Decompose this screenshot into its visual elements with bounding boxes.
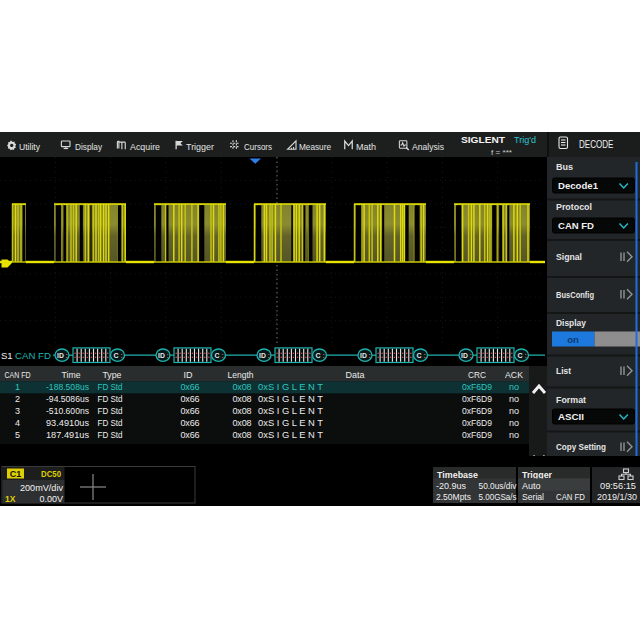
svg-text:ID: ID [360,352,367,359]
svg-text:5.00GSa/s: 5.00GSa/s [479,492,517,502]
svg-text:0x08: 0x08 [233,418,252,428]
svg-text:SIGLENT: SIGLENT [461,135,505,145]
svg-text:0xS I G L E N T: 0xS I G L E N T [258,430,324,440]
svg-text:Analysis: Analysis [412,141,444,152]
svg-text:Decode1: Decode1 [558,180,599,191]
svg-text:CAN FD: CAN FD [15,350,51,361]
svg-text:Format: Format [556,394,587,405]
svg-text:0x08: 0x08 [233,394,252,404]
svg-text:Protocol: Protocol [556,201,592,212]
svg-text:0x08: 0x08 [233,382,252,392]
svg-text:0xF6D9: 0xF6D9 [462,430,492,440]
svg-text::: : [221,352,223,359]
svg-text:Copy Setting: Copy Setting [556,441,606,452]
svg-text:FD Std: FD Std [98,430,123,440]
svg-text::: : [267,352,269,359]
svg-text:0.00V: 0.00V [39,494,63,504]
svg-text:0xS I G L E N T: 0xS I G L E N T [258,418,324,428]
svg-text:0x66: 0x66 [181,382,200,392]
svg-text:Math: Math [356,141,376,152]
svg-text:no: no [509,394,519,404]
svg-text:Utility: Utility [19,141,40,152]
svg-text::: : [322,352,324,359]
svg-text:no: no [509,418,519,428]
svg-text:DC50: DC50 [41,469,61,479]
svg-text:Serial: Serial [522,492,544,502]
svg-text:-20.9us: -20.9us [436,481,466,491]
svg-text:5: 5 [15,430,20,440]
svg-text:Display: Display [75,141,102,152]
svg-text:2019/1/30: 2019/1/30 [597,492,637,502]
svg-text:4: 4 [15,418,20,428]
svg-text::: : [423,352,425,359]
svg-text:0xS I G L E N T: 0xS I G L E N T [258,406,324,416]
svg-text:3: 3 [15,406,20,416]
svg-text:C: C [517,352,522,359]
svg-text::: : [120,352,122,359]
svg-text:Time: Time [62,370,81,380]
svg-text:CAN FD: CAN FD [5,370,31,380]
svg-text:-510.600ns: -510.600ns [46,406,89,416]
svg-text:CAN FD: CAN FD [558,220,594,231]
svg-text:0x08: 0x08 [233,430,252,440]
svg-text:BusConfig: BusConfig [556,289,594,300]
svg-text:on: on [567,334,579,345]
svg-text:Timebase: Timebase [437,470,478,480]
svg-text:Display: Display [556,317,587,328]
svg-text:0x66: 0x66 [181,418,200,428]
svg-text:-188.508us: -188.508us [46,382,89,392]
svg-text:C: C [315,352,320,359]
svg-text:0xS I G L E N T: 0xS I G L E N T [258,382,324,392]
svg-text:FD Std: FD Std [98,382,123,392]
svg-text:FD Std: FD Std [98,406,123,416]
svg-text:f = ***: f = *** [491,148,512,157]
svg-text:0x66: 0x66 [181,394,200,404]
svg-text:ASCII: ASCII [558,411,584,422]
svg-text:1: 1 [15,382,20,392]
svg-text:0xS I G L E N T: 0xS I G L E N T [258,394,324,404]
svg-text:no: no [509,406,519,416]
svg-text:ID: ID [57,352,64,359]
svg-text:CRC: CRC [468,370,486,380]
svg-text:List: List [556,365,572,376]
svg-text:DECODE: DECODE [579,138,614,150]
svg-text:ID: ID [184,370,194,380]
svg-text:Signal: Signal [556,251,582,262]
svg-text:ID: ID [461,352,468,359]
svg-text:S1: S1 [1,350,13,361]
svg-text:Acquire: Acquire [130,141,160,152]
svg-text::: : [166,352,168,359]
svg-text:ID: ID [158,352,165,359]
svg-text:C: C [214,352,219,359]
svg-text:0x66: 0x66 [181,430,200,440]
svg-text:CAN FD: CAN FD [556,492,585,502]
svg-text:187.491us: 187.491us [46,430,90,440]
svg-text:50.0us/div: 50.0us/div [479,481,517,491]
svg-text::: : [368,352,370,359]
svg-text:FD Std: FD Std [98,394,123,404]
svg-text:Trig'd: Trig'd [514,135,536,145]
svg-text:Type: Type [103,370,122,380]
svg-text:-94.5086us: -94.5086us [46,394,89,404]
svg-text:Measure: Measure [299,141,331,152]
svg-text:0xF6D9: 0xF6D9 [462,394,492,404]
svg-text:Data: Data [346,370,365,380]
svg-text:2: 2 [15,394,20,404]
svg-text:C: C [113,352,118,359]
svg-text:no: no [509,430,519,440]
svg-text:1X: 1X [5,494,16,504]
svg-text:C1: C1 [10,469,22,479]
svg-text:0xF6D9: 0xF6D9 [462,418,492,428]
svg-text:0x66: 0x66 [181,406,200,416]
svg-text:Bus: Bus [556,161,573,172]
svg-text:93.4910us: 93.4910us [46,418,90,428]
svg-text::: : [65,352,67,359]
svg-text:0xF6D9: 0xF6D9 [462,382,492,392]
svg-text::: : [524,352,526,359]
svg-text:200mV/div: 200mV/div [20,483,63,493]
svg-text:0xF6D9: 0xF6D9 [462,406,492,416]
svg-text:ID: ID [259,352,266,359]
svg-text:C: C [416,352,421,359]
svg-text:Auto: Auto [522,481,541,491]
svg-text::: : [469,352,471,359]
